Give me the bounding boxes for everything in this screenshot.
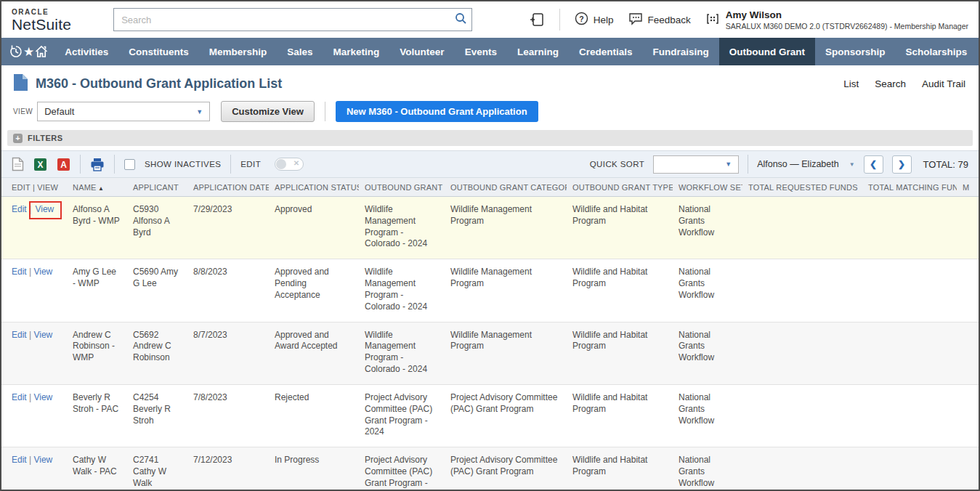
column-header-applicant[interactable]: APPLICANT <box>127 178 187 197</box>
toolbar-divider <box>230 155 231 174</box>
edit-link[interactable]: Edit <box>12 392 27 402</box>
nav-menu: ActivitiesConstituentsMembershipSalesMar… <box>54 38 977 65</box>
header-divider <box>559 9 560 31</box>
total-count: TOTAL: 79 <box>923 159 968 170</box>
view-select[interactable]: Default ▼ <box>37 102 210 121</box>
column-header-application-status[interactable]: APPLICATION STATUS <box>269 178 359 197</box>
nav-item-sales[interactable]: Sales <box>277 38 323 65</box>
csv-export-icon[interactable] <box>12 157 24 171</box>
next-page-button[interactable]: ❯ <box>892 155 912 174</box>
cell-applicant: C5692 Andrew C Robinson <box>127 322 187 384</box>
nav-item-marketing[interactable]: Marketing <box>323 38 390 65</box>
view-label: VIEW <box>13 107 33 115</box>
print-icon[interactable] <box>90 158 105 171</box>
column-header-outbound-grant-category[interactable]: OUTBOUND GRANT CATEGORY <box>445 178 567 197</box>
quick-sort-label: QUICK SORT <box>590 160 644 169</box>
quick-sort-select[interactable]: ▼ <box>653 155 739 174</box>
cell-matching <box>862 322 957 384</box>
cell-grant: Wildlife Management Program - Colorado -… <box>359 322 445 384</box>
prev-page-button[interactable]: ❮ <box>864 155 883 174</box>
nav-item-sponsorship[interactable]: Sponsorship <box>815 38 896 65</box>
cell-date: 7/8/2023 <box>187 384 269 447</box>
cell-applicant: C5930 Alfonso A Byrd <box>127 197 187 259</box>
nav-item-membership[interactable]: Membership <box>199 38 278 65</box>
cell-status: Approved and Pending Acceptance <box>269 259 359 322</box>
column-header-workflow-set[interactable]: WORKFLOW SET <box>673 178 742 197</box>
cell-category: Project Advisory Committee (PAC) Grant P… <box>445 447 567 491</box>
edit-link[interactable]: Edit <box>12 330 27 340</box>
link-separator: | <box>27 392 34 402</box>
feedback-button[interactable]: Feedback <box>628 12 691 28</box>
page-header: M360 - Outbound Grant Application List L… <box>1 65 979 98</box>
edit-toggle[interactable]: ✕ <box>275 158 304 171</box>
excel-export-icon[interactable]: X <box>33 158 47 171</box>
column-header-outbound-grant[interactable]: OUTBOUND GRANT <box>359 178 445 197</box>
column-header-total-requested-funds[interactable]: TOTAL REQUESTED FUNDS <box>742 178 862 197</box>
row-actions: Edit | View <box>1 259 67 322</box>
cell-status: In Progress <box>269 447 359 491</box>
view-link-annotated[interactable]: View <box>29 201 62 219</box>
column-header-total-matching-funds[interactable]: TOTAL MATCHING FUNDS <box>862 178 957 197</box>
nav-item-constituents[interactable]: Constituents <box>118 38 199 65</box>
cell-applicant: C5690 Amy G Lee <box>127 259 187 322</box>
edit-link[interactable]: Edit <box>12 204 27 214</box>
view-link[interactable]: View <box>33 267 52 277</box>
home-icon[interactable] <box>34 38 49 65</box>
cell-name: Andrew C Robinson - WMP <box>67 322 127 384</box>
column-header-name[interactable]: NAME ▲ <box>67 178 127 197</box>
view-link[interactable]: View <box>33 455 52 465</box>
nav-item-scholarships[interactable]: Scholarships <box>895 38 977 65</box>
nav-item-volunteer[interactable]: Volunteer <box>389 38 454 65</box>
cell-requested <box>742 197 862 259</box>
row-actions: Edit | View <box>1 384 67 447</box>
recent-records-icon[interactable] <box>9 38 23 65</box>
edit-link[interactable]: Edit <box>12 455 27 465</box>
column-header-application-date[interactable]: APPLICATION DATE <box>187 178 269 197</box>
help-button[interactable]: ? Help <box>575 12 614 28</box>
user-role: SARALUX M360 DEMO 2.0 (TSTDRV2662489) - … <box>726 22 968 31</box>
cell-applicant: C2741 Cathy W Walk <box>127 447 187 491</box>
page-range-dropdown[interactable]: Alfonso — Elizabeth ▼ <box>757 159 854 169</box>
search-icon[interactable] <box>450 12 471 28</box>
pdf-export-icon[interactable]: A <box>57 158 70 171</box>
user-menu[interactable]: Amy Wilson SARALUX M360 DEMO 2.0 (TSTDRV… <box>705 9 968 31</box>
column-header-m[interactable]: M <box>957 178 980 197</box>
customize-view-button[interactable]: Customize View <box>221 101 315 122</box>
new-application-button[interactable]: New M360 - Outbound Grant Application <box>336 101 538 122</box>
search-input[interactable] <box>114 15 450 25</box>
nav-item-credentials[interactable]: Credentials <box>569 38 643 65</box>
nav-item-events[interactable]: Events <box>455 38 507 65</box>
nav-more-button[interactable]: ••• <box>977 38 980 65</box>
column-header-outbound-grant-type[interactable]: OUTBOUND GRANT TYPE <box>567 178 673 197</box>
table-row: Edit | ViewCathy W Walk - PACC2741 Cathy… <box>1 447 980 491</box>
create-new-icon[interactable] <box>529 12 545 28</box>
edit-link[interactable]: Edit <box>12 267 27 277</box>
filters-label: FILTERS <box>28 134 63 142</box>
cell-overflow <box>957 259 980 322</box>
cell-matching <box>862 259 957 322</box>
shortcuts-star-icon[interactable]: ★ <box>23 38 34 65</box>
cell-grant: Wildlife Management Program - Colorado -… <box>359 197 445 259</box>
cell-overflow <box>957 384 980 447</box>
filters-bar[interactable]: + FILTERS <box>7 130 973 146</box>
nav-item-fundraising[interactable]: Fundraising <box>642 38 718 65</box>
oracle-wordmark: ORACLE <box>12 9 71 16</box>
column-header-edit-view[interactable]: EDIT | VIEW <box>1 178 67 197</box>
view-link[interactable]: View <box>33 392 52 402</box>
svg-text:A: A <box>60 160 67 170</box>
chevron-down-icon: ▼ <box>725 161 732 168</box>
user-name: Amy Wilson <box>726 9 968 20</box>
nav-item-learning[interactable]: Learning <box>507 38 569 65</box>
page-link-list[interactable]: List <box>843 78 859 89</box>
netsuite-logo[interactable]: ORACLE NetSuite <box>12 9 71 32</box>
table-row: Edit | ViewAndrew C Robinson - WMPC5692 … <box>1 322 980 384</box>
show-inactives-checkbox[interactable] <box>124 159 135 170</box>
nav-item-activities[interactable]: Activities <box>54 38 118 65</box>
cell-date: 7/12/2023 <box>187 447 269 491</box>
page-link-search[interactable]: Search <box>875 78 906 89</box>
link-separator: | <box>27 455 34 465</box>
page-link-audit-trail[interactable]: Audit Trail <box>922 78 965 89</box>
nav-item-outbound-grant[interactable]: Outbound Grant <box>719 38 815 65</box>
cell-category: Wildlife Management Program <box>445 322 567 384</box>
view-link[interactable]: View <box>33 330 52 340</box>
